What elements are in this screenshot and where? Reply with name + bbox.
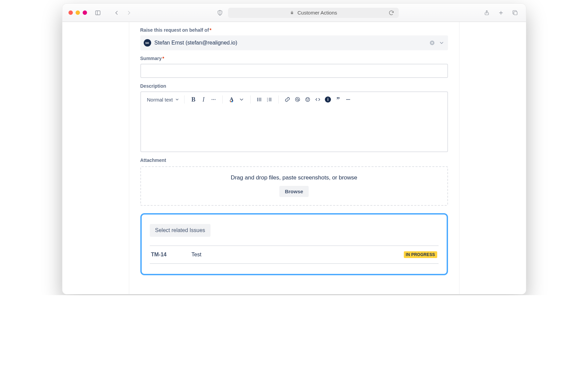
svg-point-26 (308, 99, 309, 100)
address-bar[interactable]: Customer Actions (228, 8, 399, 18)
mention-button[interactable] (293, 95, 302, 104)
sidebar-toggle-icon[interactable] (93, 8, 103, 18)
page-viewport: Raise this request on behalf of* SE Stef… (62, 22, 526, 294)
description-label: Description (140, 83, 448, 89)
bullet-list-button[interactable] (255, 95, 263, 104)
svg-point-12 (257, 99, 258, 100)
divider-button[interactable] (344, 95, 352, 104)
italic-button[interactable]: I (199, 95, 207, 104)
clear-icon[interactable] (429, 40, 435, 46)
svg-point-8 (212, 99, 212, 100)
emoji-button[interactable] (304, 95, 312, 104)
privacy-shield-icon[interactable] (217, 9, 223, 16)
select-related-issues-button[interactable]: Select related Issues (150, 224, 211, 237)
chevron-down-icon (175, 97, 179, 102)
code-button[interactable] (314, 95, 322, 104)
svg-rect-0 (95, 11, 100, 15)
minimize-window-button[interactable] (76, 10, 80, 15)
svg-text:3: 3 (267, 101, 268, 102)
text-style-label: Normal text (147, 97, 173, 103)
table-row[interactable]: TM-14 Test IN PROGRESS (150, 246, 439, 263)
browser-window: Customer Actions (62, 3, 526, 294)
tab-overview-icon[interactable] (510, 8, 520, 18)
svg-point-25 (307, 99, 307, 100)
quote-button[interactable]: ” (334, 95, 342, 104)
requester-label: Raise this request on behalf of* (140, 27, 448, 33)
window-controls (68, 10, 87, 15)
requester-select[interactable]: SE Stefan Ernst (stefan@realigned.io) (140, 35, 448, 50)
svg-point-10 (215, 99, 215, 100)
info-panel-button[interactable]: i (324, 95, 332, 104)
maximize-window-button[interactable] (83, 10, 87, 15)
required-marker: * (209, 27, 211, 33)
related-issues-table: TM-14 Test IN PROGRESS (150, 246, 439, 264)
forward-button[interactable] (124, 8, 134, 18)
editor-body[interactable] (141, 107, 447, 151)
attachment-hint: Drag and drop files, paste screenshots, … (144, 174, 444, 181)
svg-point-23 (297, 98, 299, 100)
more-formatting-button[interactable] (209, 95, 218, 104)
address-bar-title: Customer Actions (298, 10, 337, 16)
svg-rect-6 (514, 11, 517, 15)
bold-button[interactable]: B (189, 95, 197, 104)
related-issues-panel: Select related Issues TM-14 Test IN PROG… (140, 213, 448, 275)
share-icon[interactable] (482, 8, 492, 18)
status-badge: IN PROGRESS (404, 251, 437, 258)
lock-icon (290, 10, 294, 15)
avatar: SE (144, 39, 151, 47)
svg-point-9 (213, 99, 214, 100)
request-form: Raise this request on behalf of* SE Stef… (129, 22, 459, 294)
titlebar: Customer Actions (62, 4, 526, 22)
description-editor[interactable]: Normal text B I A (140, 91, 448, 152)
text-color-chevron[interactable] (237, 95, 246, 104)
svg-point-24 (306, 97, 310, 102)
browse-button[interactable]: Browse (279, 186, 308, 197)
close-window-button[interactable] (68, 10, 73, 15)
issue-summary: Test (192, 252, 404, 258)
text-style-dropdown[interactable]: Normal text (147, 97, 180, 103)
reload-button[interactable] (387, 8, 396, 18)
text-color-button[interactable]: A (227, 95, 235, 104)
chevron-down-icon[interactable] (439, 40, 445, 46)
back-button[interactable] (112, 8, 121, 18)
summary-label: Summary* (140, 56, 448, 61)
requester-value: Stefan Ernst (stefan@realigned.io) (155, 40, 426, 46)
new-tab-icon[interactable] (496, 8, 506, 18)
svg-point-13 (257, 101, 258, 101)
svg-point-11 (257, 98, 258, 99)
editor-toolbar: Normal text B I A (141, 92, 447, 107)
numbered-list-button[interactable]: 123 (265, 95, 274, 104)
link-button[interactable] (283, 95, 291, 104)
attachment-dropzone[interactable]: Drag and drop files, paste screenshots, … (140, 166, 448, 206)
issue-key: TM-14 (151, 252, 192, 258)
summary-input[interactable] (140, 64, 448, 78)
attachment-label: Attachment (140, 158, 448, 163)
required-marker: * (162, 56, 164, 61)
